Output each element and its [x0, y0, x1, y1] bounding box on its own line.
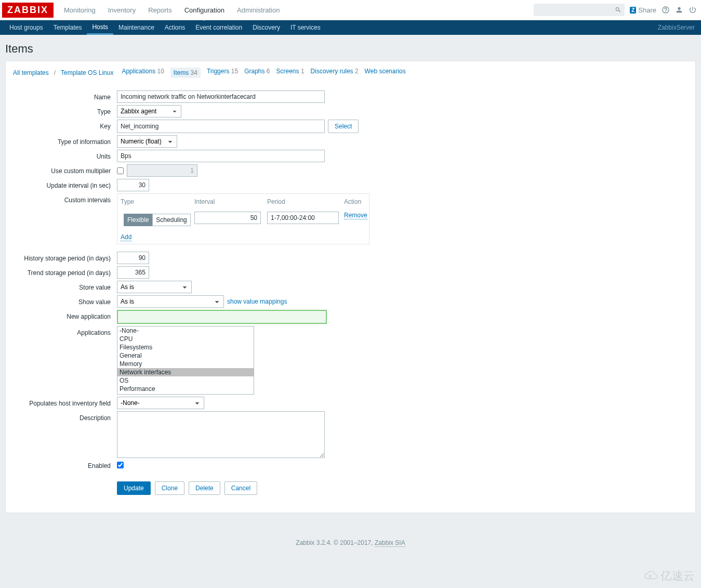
top-menu-administration[interactable]: Administration: [231, 0, 286, 20]
search-icon[interactable]: [615, 6, 621, 14]
breadcrumb-all-templates[interactable]: All templates: [13, 69, 49, 76]
logo[interactable]: ZABBIX: [2, 3, 54, 18]
type-info-select[interactable]: Numeric (float): [117, 135, 177, 148]
tab-applications[interactable]: Applications 10: [122, 68, 164, 78]
help-icon: [662, 6, 670, 14]
trend-input[interactable]: [117, 266, 149, 279]
units-input[interactable]: [117, 150, 325, 162]
top-menu-inventory[interactable]: Inventory: [102, 0, 142, 20]
logout-button[interactable]: [689, 6, 697, 14]
name-input[interactable]: [117, 90, 325, 103]
app-option[interactable]: OS: [117, 376, 254, 385]
breadcrumb-separator: /: [54, 69, 56, 76]
user-button[interactable]: [675, 6, 683, 14]
search-input[interactable]: [537, 6, 615, 14]
label-description: Description: [15, 411, 117, 422]
share-label: Share: [638, 6, 656, 14]
footer-link[interactable]: Zabbix SIA: [375, 539, 405, 547]
server-label: ZabbixServer: [658, 20, 701, 35]
label-type: Type: [15, 105, 117, 115]
sub-menu-host-groups[interactable]: Host groups: [4, 20, 48, 35]
custom-intervals-table: Type Interval Period Action Flexible Sch…: [117, 193, 369, 244]
power-icon: [689, 6, 697, 14]
tab-items[interactable]: Items 34: [170, 68, 201, 78]
top-right: Z Share: [534, 4, 701, 16]
tab-discovery-rules[interactable]: Discovery rules 2: [311, 68, 359, 78]
ci-header-action: Action: [341, 194, 369, 210]
top-menu-configuration[interactable]: Configuration: [178, 0, 231, 20]
sub-menu-actions[interactable]: Actions: [160, 20, 190, 35]
inventory-select[interactable]: -None-: [117, 397, 204, 409]
top-menu-reports[interactable]: Reports: [142, 0, 178, 20]
ci-add-link[interactable]: Add: [121, 233, 131, 241]
update-button[interactable]: Update: [117, 481, 151, 495]
label-inventory: Populates host inventory field: [15, 397, 117, 407]
clone-button[interactable]: Clone: [155, 481, 184, 495]
page-title: Items: [0, 35, 701, 59]
app-option[interactable]: -None-: [117, 326, 254, 335]
tab-screens[interactable]: Screens 1: [276, 68, 305, 78]
ci-header-interval: Interval: [191, 194, 264, 210]
footer-text: Zabbix 3.2.4. © 2001–2017,: [296, 539, 375, 546]
breadcrumb-template-name[interactable]: Template OS Linux: [61, 69, 113, 76]
cancel-button[interactable]: Cancel: [224, 481, 257, 495]
breadcrumb-tabs: All templates / Template OS Linux Applic…: [6, 61, 695, 83]
type-select[interactable]: Zabbix agent: [117, 105, 181, 117]
app-option[interactable]: CPU: [117, 335, 254, 343]
ci-type-toggle: Flexible Scheduling: [121, 212, 188, 228]
label-show: Show value: [15, 295, 117, 306]
sub-nav: Host groupsTemplatesHostsMaintenanceActi…: [0, 20, 701, 35]
sub-menu-event-correlation[interactable]: Event correlation: [190, 20, 247, 35]
sub-menu-maintenance[interactable]: Maintenance: [113, 20, 160, 35]
update-interval-input[interactable]: [117, 179, 149, 191]
app-option[interactable]: Performance: [117, 385, 254, 393]
share-badge-icon: Z: [630, 7, 636, 14]
tab-graphs[interactable]: Graphs 6: [244, 68, 270, 78]
ci-period-input[interactable]: [267, 212, 339, 224]
sub-menu-it-services[interactable]: IT services: [285, 20, 326, 35]
multiplier-checkbox[interactable]: [117, 167, 124, 174]
search-input-wrap: [534, 4, 625, 16]
key-select-button[interactable]: Select: [328, 120, 359, 133]
app-option[interactable]: Network interfaces: [117, 368, 254, 376]
app-option[interactable]: General: [117, 351, 254, 360]
label-history: History storage period (in days): [15, 252, 117, 262]
app-option[interactable]: Memory: [117, 360, 254, 368]
ci-toggle-flexible[interactable]: Flexible: [124, 214, 152, 226]
store-value-select[interactable]: As is: [117, 281, 192, 293]
tab-web-scenarios[interactable]: Web scenarios: [365, 68, 406, 78]
sub-menu-discovery[interactable]: Discovery: [247, 20, 285, 35]
action-buttons: Update Clone Delete Cancel: [117, 481, 686, 495]
applications-listbox[interactable]: -None-CPUFilesystemsGeneralMemoryNetwork…: [117, 326, 254, 395]
share-link[interactable]: Z Share: [630, 6, 656, 14]
delete-button[interactable]: Delete: [189, 481, 220, 495]
history-input[interactable]: [117, 252, 149, 264]
ci-row: Flexible Scheduling Remove: [117, 210, 369, 230]
ci-toggle-scheduling[interactable]: Scheduling: [152, 214, 190, 226]
top-menu-monitoring[interactable]: Monitoring: [58, 0, 102, 20]
label-custom-intervals: Custom intervals: [15, 193, 117, 204]
app-option[interactable]: Filesystems: [117, 343, 254, 351]
ci-interval-input[interactable]: [194, 212, 261, 224]
ci-header-period: Period: [264, 194, 341, 210]
enabled-checkbox[interactable]: [117, 462, 124, 468]
key-input[interactable]: [117, 120, 325, 133]
description-textarea[interactable]: [117, 411, 325, 458]
sub-menu-templates[interactable]: Templates: [48, 20, 87, 35]
label-enabled: Enabled: [15, 462, 117, 469]
show-value-select[interactable]: As is: [117, 295, 224, 308]
form-panel: All templates / Template OS Linux Applic…: [5, 61, 696, 513]
label-type-info: Type of information: [15, 135, 117, 146]
user-icon: [675, 6, 683, 14]
label-name: Name: [15, 90, 117, 101]
show-value-mappings-link[interactable]: show value mappings: [227, 298, 287, 305]
ci-remove-link[interactable]: Remove: [344, 212, 367, 219]
help-button[interactable]: [662, 6, 670, 14]
tab-triggers[interactable]: Triggers 15: [207, 68, 238, 78]
new-application-input[interactable]: [117, 310, 327, 324]
app-option[interactable]: Processes: [117, 393, 254, 395]
label-new-app: New application: [15, 310, 117, 320]
tabs-holder: Applications 10Items 34Triggers 15Graphs…: [122, 68, 405, 78]
multiplier-input: [127, 164, 197, 177]
sub-menu-hosts[interactable]: Hosts: [87, 20, 113, 35]
